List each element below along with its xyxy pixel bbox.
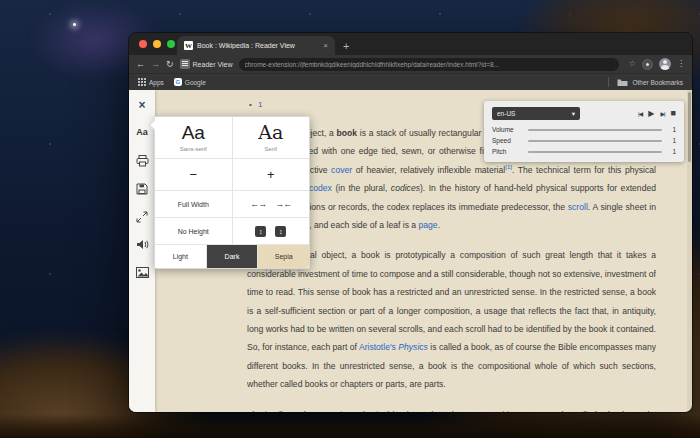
fullscreen-button[interactable] [134,209,150,224]
apps-grid-icon [138,78,146,86]
decrease-font-button[interactable]: − [155,159,232,190]
article-link[interactable]: [1] [505,164,512,170]
save-button[interactable] [134,181,150,196]
new-tab-button[interactable]: + [343,41,349,52]
bookmark-star-icon[interactable]: ☆ [629,60,636,68]
play-button[interactable]: ▶ [648,109,654,118]
other-bookmarks-label: Other Bookmarks [632,79,683,86]
text-to-speech-button[interactable] [134,237,150,252]
toggle-images-button[interactable] [134,265,150,280]
printer-icon [136,155,149,167]
speaker-icon [136,239,149,250]
other-bookmarks[interactable]: Other Bookmarks [608,77,683,87]
theme-button-light[interactable]: Light [155,245,206,268]
article-text: . [438,220,440,230]
width-controls: ←→ →← [232,191,310,217]
font-settings-button[interactable]: Aa [134,125,150,140]
browser-menu-icon[interactable]: ⋮ [677,60,685,68]
extension-icon[interactable] [642,59,653,70]
reload-button[interactable]: ↻ [166,60,174,69]
sans-serif-option[interactable]: Aa Sans-serif [155,117,232,158]
article-text: is a stack of usually rectangular [357,128,484,138]
font-family-row: Aa Sans-serif Aa Serif [155,117,309,159]
article-text: (in the plural, [332,183,391,193]
zoom-window-button[interactable] [167,40,175,48]
tab-close-icon[interactable]: × [323,42,328,50]
toc-link[interactable]: 1 [258,100,262,109]
transport-controls: |◀ ▶ ▶| ■ [638,109,676,118]
previous-button[interactable]: |◀ [638,110,642,117]
speech-slider-row: Pitch1 [492,148,676,155]
minus-icon: − [189,165,197,184]
slider-track[interactable] [528,129,662,131]
article-link[interactable]: Aristotle's [359,342,396,352]
sans-label: Sans-serif [180,146,207,152]
stop-button[interactable]: ■ [671,109,676,118]
speech-sliders: Volume1Speed1Pitch1 [492,126,676,155]
image-icon [136,267,149,278]
font-settings-icon: Aa [136,128,148,137]
bookmark-google[interactable]: G Google [174,78,206,86]
close-window-button[interactable] [139,40,147,48]
browser-tab[interactable]: W Book : Wikipedia : Reader View × [177,36,335,55]
article-link[interactable]: scroll [568,202,588,212]
speech-panel-top-row: en-US ▾ |◀ ▶ ▶| ■ [492,107,676,120]
language-value: en-US [497,110,515,117]
article-paragraph: The intellectual content in a physical b… [247,406,656,412]
slider-track[interactable] [528,151,662,153]
reader-view-icon [180,59,190,69]
back-button[interactable]: ← [136,60,145,69]
bookmarks-bar: Apps G Google Other Bookmarks [129,73,692,90]
wider-button[interactable]: ←→ [250,200,266,209]
article-link[interactable]: Physics [398,342,428,352]
bookmark-apps[interactable]: Apps [138,78,164,86]
theme-button-dark[interactable]: Dark [206,245,258,268]
font-settings-popup: Aa Sans-serif Aa Serif − + [154,116,310,269]
slider-track[interactable] [528,140,662,142]
reader-view-label: Reader View [193,61,233,68]
profile-avatar[interactable] [659,58,671,70]
shorter-button[interactable]: ↕ [275,226,286,237]
article-text: The intellectual content in a physical b… [247,410,656,412]
article-text: codices [391,183,420,193]
narrower-button[interactable]: →← [275,200,291,209]
browser-toolbar: ← → ↻ Reader View chrome-extension://jfe… [129,55,692,73]
apps-label: Apps [149,79,164,86]
bright-star [73,23,76,26]
address-bar[interactable]: chrome-extension://jfembnkdgdikeenigddhl… [239,58,619,71]
window-controls [139,40,175,48]
slider-label: Speed [492,137,522,144]
print-button[interactable] [134,153,150,168]
no-height-label: No Height [178,228,209,235]
scrollbar-thumb[interactable] [688,92,691,162]
serif-option[interactable]: Aa Serif [232,117,310,158]
no-height-toggle[interactable]: No Height [155,218,232,244]
folder-icon [617,78,628,87]
slider-value: 1 [668,137,676,144]
title-bar: W Book : Wikipedia : Reader View × + [129,33,692,55]
taller-button[interactable]: ↕ [255,226,266,237]
close-icon: × [138,99,145,111]
increase-font-button[interactable]: + [232,159,310,190]
article-link[interactable]: codex [309,183,332,193]
full-width-label: Full Width [178,201,209,208]
reader-content: × Aa [129,90,692,412]
reader-view-extension-chip[interactable]: Reader View [180,59,233,69]
article-link[interactable]: cover [331,165,352,175]
article-link[interactable]: page [419,220,438,230]
language-select[interactable]: en-US ▾ [492,107,580,120]
next-button[interactable]: ▶| [660,110,664,117]
theme-button-sepia[interactable]: Sepia [257,245,309,268]
content-scrollbar[interactable] [687,90,692,412]
plus-icon: + [267,165,275,184]
minimize-window-button[interactable] [153,40,161,48]
chevron-down-icon: ▾ [572,110,575,118]
slider-value: 1 [668,126,676,133]
full-width-toggle[interactable]: Full Width [155,191,232,217]
url-text: chrome-extension://jfembnkdgdikeenigddhl… [245,61,613,68]
google-label: Google [185,79,206,86]
forward-button[interactable]: → [151,60,160,69]
tab-title: Book : Wikipedia : Reader View [197,42,319,49]
width-row: Full Width ←→ →← [155,191,309,218]
reader-close-button[interactable]: × [134,97,150,112]
